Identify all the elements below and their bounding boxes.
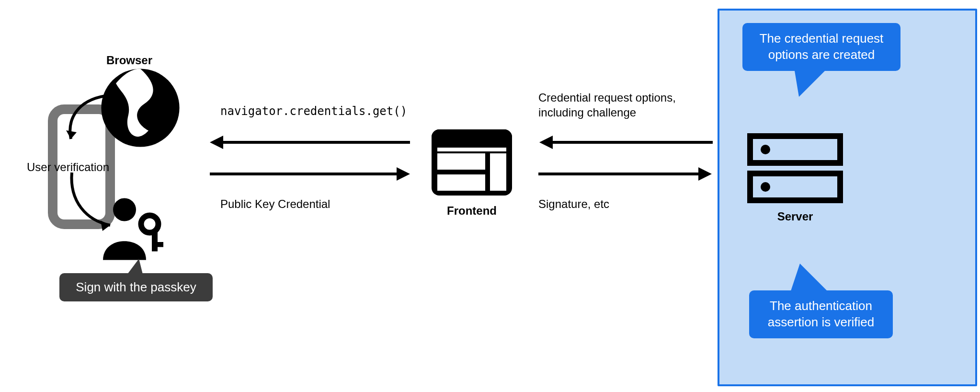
svg-marker-7 xyxy=(101,220,110,231)
arrow-browser-to-frontend xyxy=(210,173,399,175)
svg-rect-5 xyxy=(152,242,163,247)
svg-rect-10 xyxy=(432,129,512,148)
svg-rect-11 xyxy=(437,153,485,170)
svg-rect-13 xyxy=(490,153,506,191)
nav-credentials-get-label: navigator.credentials.get() xyxy=(220,104,407,118)
server-top-callout: The credential request options are creat… xyxy=(742,23,900,71)
browser-label: Browser xyxy=(91,54,168,67)
svg-rect-14 xyxy=(437,148,506,151)
server-icon xyxy=(747,133,843,205)
svg-rect-4 xyxy=(152,231,158,252)
svg-point-18 xyxy=(761,182,770,192)
svg-marker-19 xyxy=(794,68,828,97)
server-bottom-callout: The authentication assertion is verified xyxy=(749,290,893,338)
svg-rect-12 xyxy=(437,174,485,191)
server-bottom-callout-text: The authentication assertion is verified xyxy=(768,299,875,329)
signature-etc-label: Signature, etc xyxy=(538,197,609,211)
arrow-server-to-frontend xyxy=(550,141,713,144)
arrow-frontend-to-server xyxy=(538,173,701,175)
credential-request-options-label: Credential request options, including ch… xyxy=(538,90,701,120)
server-top-callout-tail-icon xyxy=(794,68,832,97)
server-bottom-callout-tail-icon xyxy=(790,264,833,292)
public-key-credential-label: Public Key Credential xyxy=(220,197,330,211)
server-label: Server xyxy=(757,210,833,223)
svg-marker-6 xyxy=(66,130,77,139)
arrow-frontend-to-browser xyxy=(220,141,410,144)
passkey-callout-tail-icon xyxy=(120,259,148,278)
svg-marker-8 xyxy=(125,259,144,278)
svg-marker-20 xyxy=(790,264,829,292)
frontend-label: Frontend xyxy=(431,204,513,218)
svg-point-16 xyxy=(761,145,770,154)
user-verification-label: User verification xyxy=(27,161,123,174)
svg-point-3 xyxy=(141,216,159,233)
server-top-callout-text: The credential request options are creat… xyxy=(760,31,884,62)
frontend-icon xyxy=(429,127,515,198)
passkey-callout-text: Sign with the passkey xyxy=(76,280,196,294)
